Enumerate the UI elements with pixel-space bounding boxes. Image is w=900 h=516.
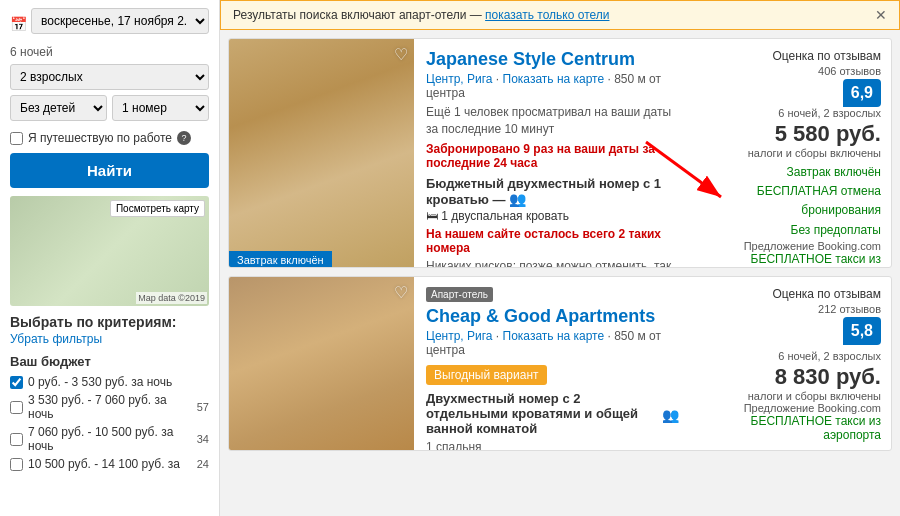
price-section-2: 6 ночей, 2 взрослых 8 830 руб. налоги и … (699, 350, 881, 442)
room-type-1: Бюджетный двухместный номер с 1 кроватью… (426, 176, 679, 207)
budget-label-3: 7 060 руб. - 10 500 руб. за ночь (28, 425, 192, 453)
budget-title: Ваш бюджет (10, 354, 209, 369)
hotel-info-1: Japanese Style Centrum Центр, Рига · Пок… (414, 39, 691, 267)
budget-label-1: 0 руб. - 3 530 руб. за ночь (28, 375, 172, 389)
show-map-link-1[interactable]: Показать на карте (503, 72, 605, 86)
map-view-button[interactable]: Посмотреть карту (110, 200, 205, 217)
bed-icon-1: 🛏 (426, 209, 438, 223)
room-name-row-2: Двухместный номер с 2 отдельными кроватя… (426, 391, 679, 438)
budget-checkbox-4[interactable] (10, 458, 23, 471)
filter-clear-link[interactable]: Убрать фильтры (10, 332, 209, 346)
rating-count-2: 212 отзывов (818, 303, 881, 315)
perk-breakfast: Завтрак включён (699, 163, 881, 182)
price-2: 8 830 руб. (699, 364, 881, 390)
rating-box-1: Оценка по отзывам 406 отзывов 6,9 (772, 49, 881, 107)
rating-label-2: Оценка по отзывам (772, 287, 881, 301)
nights-info-1: 6 ночей, 2 взрослых (699, 107, 881, 119)
budget-label-4: 10 500 руб. - 14 100 руб. за (28, 457, 180, 471)
apart-badge-2: Апарт-отель (426, 287, 493, 302)
calendar-icon: 📅 (10, 16, 27, 32)
price-note-2: налоги и сборы включены (699, 390, 881, 402)
find-button[interactable]: Найти (10, 153, 209, 188)
work-travel-label: Я путешествую по работе (28, 131, 172, 145)
rooms-select[interactable]: 1 номер (112, 95, 209, 121)
hotel-location-2: Центр, Рига · Показать на карте · 850 м … (426, 329, 679, 357)
perk-prepay: Без предоплаты (699, 221, 881, 240)
banner-close-icon[interactable]: ✕ (875, 7, 887, 23)
free-taxi-1: БЕСПЛАТНОЕ такси из аэропорта (699, 252, 881, 268)
budget-count-3: 34 (197, 433, 209, 445)
budget-checkbox-3[interactable] (10, 433, 23, 446)
adults-select[interactable]: 2 взрослых (10, 64, 209, 90)
no-risk-1: Никаких рисков: позже можно отменить, та… (426, 258, 679, 268)
map-box: Посмотреть карту Map data ©2019 (10, 196, 209, 306)
price-note-1: налоги и сборы включены (699, 147, 881, 159)
hotel-price-col-2: Оценка по отзывам 212 отзывов 5,8 6 ноче… (691, 277, 891, 450)
date-row: 📅 воскресенье, 17 ноября 2... (10, 8, 209, 39)
room-details-2: 1 спальня 2 односпальные кровати 15 м² (426, 440, 679, 451)
hotel-info-2: Апарт-отель Cheap & Good Apartments Цент… (414, 277, 691, 450)
hotel-name-1[interactable]: Japanese Style Centrum (426, 49, 679, 70)
price-section-1: 6 ночей, 2 взрослых 5 580 руб. налоги и … (699, 107, 881, 268)
rating-score-2: 5,8 (843, 317, 881, 345)
wishlist-icon-1[interactable]: ♡ (394, 45, 408, 64)
guests-icon-1: 👥 (509, 191, 526, 207)
wishlist-icon-2[interactable]: ♡ (394, 283, 408, 302)
location-link-2[interactable]: Центр, Рига (426, 329, 493, 343)
deal-badge-2: Выгодный вариант (426, 365, 547, 385)
filter-title: Выбрать по критериям: (10, 314, 209, 330)
perks-1: Завтрак включён БЕСПЛАТНАЯ отмена бронир… (699, 163, 881, 240)
hotel-image-2: ♡ (229, 277, 414, 451)
room-remaining-1: На нашем сайте осталось всего 2 таких но… (426, 227, 679, 255)
budget-item-2: 3 530 руб. - 7 060 руб. за ночь 57 (10, 393, 209, 421)
hotel-card-2: ♡ Апарт-отель Cheap & Good Apartments Це… (228, 276, 892, 451)
booking-offer-2: Предложение Booking.com (699, 402, 881, 414)
hotel-price-col-1: Оценка по отзывам 406 отзывов 6,9 6 ноче… (691, 39, 891, 267)
hotel-title-row-2: Апарт-отель Cheap & Good Apartments (426, 287, 679, 329)
banner-link[interactable]: показать только отели (485, 8, 609, 22)
map-data-label: Map data ©2019 (136, 292, 207, 304)
children-select[interactable]: Без детей (10, 95, 107, 121)
free-taxi-2: БЕСПЛАТНОЕ такси из аэропорта (699, 414, 881, 442)
price-1: 5 580 руб. (699, 121, 881, 147)
hotel-location-1: Центр, Рига · Показать на карте · 850 м … (426, 72, 679, 100)
perk-cancel: БЕСПЛАТНАЯ отмена бронирования (699, 182, 881, 220)
booking-offer-1: Предложение Booking.com (699, 240, 881, 252)
breakfast-badge-1: Завтрак включён (229, 251, 332, 268)
budget-count-2: 57 (197, 401, 209, 413)
children-rooms-row: Без детей 1 номер (10, 95, 209, 126)
budget-label-2: 3 530 руб. - 7 060 руб. за ночь (28, 393, 192, 421)
hotel-card-1: ♡ Завтрак включён Japanese Style Centrum… (228, 38, 892, 268)
bed-type-1: 🛏 1 двуспальная кровать (426, 209, 679, 223)
top-banner: Результаты поиска включают апарт-отели —… (220, 0, 900, 30)
nights-info-2: 6 ночей, 2 взрослых (699, 350, 881, 362)
bed-count-2: 1 спальня (426, 440, 679, 451)
rating-box-2: Оценка по отзывам 212 отзывов 5,8 (772, 287, 881, 345)
hotel-desc-1: Ещё 1 человек просматривал на ваши даты … (426, 104, 679, 138)
budget-item-4: 10 500 руб. - 14 100 руб. за 24 (10, 457, 209, 471)
guests-icon-2: 👥 (662, 407, 679, 423)
banner-text: Результаты поиска включают апарт-отели —… (233, 8, 609, 22)
help-icon[interactable]: ? (177, 131, 191, 145)
main-content: Результаты поиска включают апарт-отели —… (220, 0, 900, 516)
work-travel-checkbox[interactable] (10, 132, 23, 145)
hotel-name-2[interactable]: Cheap & Good Apartments (426, 306, 655, 327)
budget-checkbox-2[interactable] (10, 401, 23, 414)
date-select[interactable]: воскресенье, 17 ноября 2... (31, 8, 209, 34)
work-travel-row: Я путешествую по работе ? (10, 131, 209, 145)
budget-item-1: 0 руб. - 3 530 руб. за ночь (10, 375, 209, 389)
budget-count-4: 24 (197, 458, 209, 470)
hotel-image-1: ♡ Завтрак включён (229, 39, 414, 268)
nights-label: 6 ночей (10, 45, 209, 59)
room-type-2: Двухместный номер с 2 отдельными кроватя… (426, 391, 658, 436)
show-map-link-2[interactable]: Показать на карте (503, 329, 605, 343)
rating-count-1: 406 отзывов (818, 65, 881, 77)
budget-item-3: 7 060 руб. - 10 500 руб. за ночь 34 (10, 425, 209, 453)
rating-label-1: Оценка по отзывам (772, 49, 881, 63)
rating-score-1: 6,9 (843, 79, 881, 107)
sidebar: 📅 воскресенье, 17 ноября 2... 6 ночей 2 … (0, 0, 220, 516)
hotel-alert-1: Забронировано 9 раз на ваши даты за посл… (426, 142, 679, 170)
budget-checkbox-1[interactable] (10, 376, 23, 389)
location-link-1[interactable]: Центр, Рига (426, 72, 493, 86)
